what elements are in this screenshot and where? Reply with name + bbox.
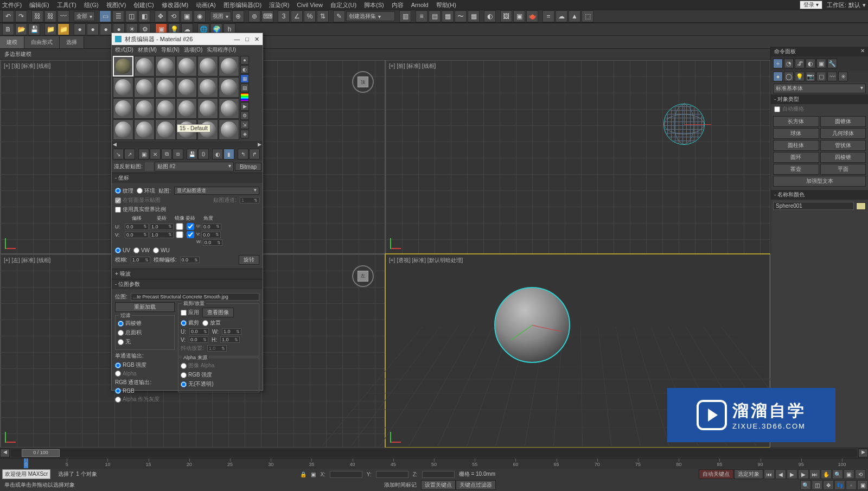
material-slot[interactable] [134,77,155,98]
btn-sphere[interactable]: 球体 [773,128,819,139]
radio-wu[interactable] [153,247,159,253]
mirror-button[interactable]: ▥ [399,10,411,22]
sphere-2-icon[interactable]: ● [87,23,99,35]
u-offset-spinner[interactable]: 0.0 [125,224,149,230]
ribbon-sub-label[interactable]: 多边形建模 [4,50,31,58]
time-ruler[interactable]: 0510152025303540455055606570758085909510… [0,458,868,469]
tab-motion[interactable]: ◐ [806,59,815,68]
material-editor-titlebar[interactable]: 材质编辑器 - Material #26 — □ ✕ [112,33,263,45]
rotate-button[interactable]: ⟲ [168,10,180,22]
v-offset-spinner[interactable]: 0.0 [125,232,149,238]
autogrid-checkbox[interactable] [774,106,780,112]
material-slot-1[interactable] [113,56,133,76]
tab-display[interactable]: ▣ [816,59,826,68]
share-button[interactable]: ⬚ [582,10,593,22]
time-slider-handle[interactable]: 0 / 100 [22,449,60,457]
tab-utilities[interactable]: 🔧 [827,59,837,68]
sphere-1-icon[interactable]: ● [74,23,86,35]
btn-torus[interactable]: 圆环 [773,152,819,163]
viewcube-top[interactable]: 顶 [352,71,374,93]
time-slider-track[interactable]: 0 / 100 [11,449,857,457]
menu-rendering[interactable]: 渲染(R) [269,1,289,9]
menu-help[interactable]: 帮助(H) [436,1,456,9]
subtab-shapes[interactable]: ◯ [784,72,794,81]
radio-uv[interactable] [115,247,121,253]
material-slot[interactable] [176,77,197,98]
refcoord-dropdown[interactable]: 视图 ▾ [210,11,231,21]
make-copy-icon[interactable]: ⧉ [161,149,172,160]
mat-menu-navigation[interactable]: 导航(N) [161,46,180,54]
menu-view[interactable]: 视图(V) [106,1,126,9]
orbit-icon[interactable]: ⟲ [855,469,866,479]
material-slot[interactable] [134,56,155,76]
sphere-3-icon[interactable]: ● [100,23,112,35]
material-slot[interactable] [155,119,176,140]
jitter-spinner[interactable]: 1.0 [207,345,227,352]
menu-file[interactable]: 文件(F) [2,1,22,9]
time-prev-button[interactable]: ◀ [0,449,10,457]
menu-civilview[interactable]: Civil View [297,2,322,8]
autokey-button[interactable]: 自动关键点 [699,469,733,479]
radio-vw[interactable] [133,247,139,253]
rotate-button[interactable]: 旋转 [239,255,259,265]
nav-walk-icon[interactable]: 👣 [834,480,845,490]
crop-v-spinner[interactable]: 0.0 [189,336,208,343]
backlight-icon[interactable]: ◐ [240,65,249,74]
nav-min-icon[interactable]: ▫ [846,480,857,490]
material-editor-button[interactable]: ◐ [484,10,496,22]
link-button[interactable]: ⛓ [31,10,43,22]
crop-crop[interactable] [181,320,187,326]
sample-uv-icon[interactable]: ▤ [240,84,249,92]
maxscript-mini[interactable]: 欢迎使用 MAXScr [2,469,50,479]
show-in-vp-icon[interactable]: ◐ [212,149,223,160]
go-forward-icon[interactable]: ↱ [249,149,260,160]
nav-zoom-icon[interactable]: 🔍 [800,480,811,490]
next-frame-button[interactable]: ▶ [798,469,809,479]
tab-hierarchy[interactable]: 🖇 [795,59,805,68]
rollout-coordinates-header[interactable]: 坐标 [112,173,263,183]
eyedropper-icon[interactable] [145,162,154,171]
crop-u-spinner[interactable]: 0.0 [189,328,209,335]
named-selection-dropdown[interactable]: 创建选择集 ▾ [346,11,395,21]
viewport-top-label[interactable]: [+] [顶] [标准] [线框] [4,62,50,70]
redo-button[interactable]: ↷ [15,10,27,22]
material-slot[interactable] [155,56,176,76]
crop-w-spinner[interactable]: 1.0 [222,328,241,335]
menu-grapheditors[interactable]: 图形编辑器(D) [224,1,261,9]
u-mirror-chk[interactable] [175,223,184,230]
show-end-result-icon[interactable]: ▮ [224,149,234,160]
alpha-rgb[interactable] [181,372,187,378]
subtab-spacewarps[interactable]: 〰 [827,72,837,81]
ribbon-tab-freeform[interactable]: 自由形式 [24,36,60,48]
viewport-front-label[interactable]: [+] [前] [标准] [线框] [389,62,436,70]
material-id-icon[interactable]: 0 [198,149,209,160]
rgb-alpha[interactable] [115,397,121,403]
nav-pan-icon[interactable]: ✥ [823,480,834,490]
pan-icon[interactable]: ✋ [821,469,832,479]
go-parent-icon[interactable]: ↰ [238,149,248,160]
radio-environ[interactable] [137,188,143,194]
curve-editor-button[interactable]: 〜 [455,10,467,22]
menu-customize[interactable]: 自定义(U) [330,1,356,9]
set-project-button[interactable]: 📁 [58,23,69,35]
material-slot[interactable] [113,119,133,140]
workspace-selector[interactable]: 工作区: 默认 ▾ [827,1,866,9]
get-material-icon[interactable]: ↘ [113,149,124,160]
play-button[interactable]: ▶ [787,469,797,479]
autodesk-button[interactable]: ▲ [569,10,580,22]
render-setup-button[interactable]: 🖼 [500,10,512,22]
u-tile-chk[interactable] [186,223,195,230]
filter-none[interactable] [118,339,124,345]
render-frame-button[interactable]: ▣ [513,10,525,22]
goto-start-button[interactable]: ⏮ [764,469,775,479]
select-button[interactable]: ▭ [99,10,111,22]
pivot-button[interactable]: ⊕ [232,10,244,22]
viewport-front[interactable]: [+] [前] [标准] [线框] [385,60,770,254]
mono-alpha[interactable] [115,371,121,377]
tab-modify[interactable]: ◔ [784,59,794,68]
coord-y-input[interactable] [376,471,409,478]
select-manipulate-button[interactable]: ⊚ [248,10,260,22]
material-slot[interactable] [197,98,218,119]
video-color-icon[interactable] [240,93,249,101]
zoom-icon[interactable]: 🔍 [832,469,843,479]
